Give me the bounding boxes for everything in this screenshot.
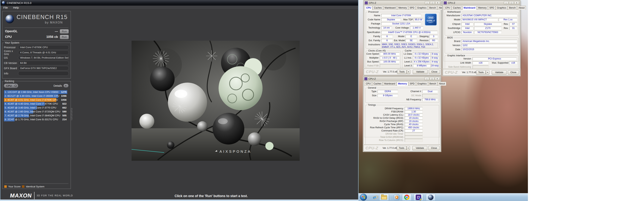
tab-bench[interactable]: Bench xyxy=(428,6,437,10)
model-field: MAXIMUS VIII IMPACT xyxy=(462,18,498,21)
validate-button[interactable]: Validate xyxy=(413,70,428,74)
tab-cpu[interactable]: CPU xyxy=(365,6,372,10)
start-button[interactable] xyxy=(360,194,367,201)
intel-core-i7-badge: intel CORE i7 inside™ xyxy=(425,14,437,26)
tab-spd[interactable]: SPD xyxy=(408,82,416,86)
close-button[interactable]: ✕ xyxy=(435,1,440,4)
tab-cpu[interactable]: CPU xyxy=(364,82,372,86)
left-monitor-taskbar-edge[interactable] xyxy=(0,200,358,201)
menu-help[interactable]: Help xyxy=(13,6,19,9)
ranking-filter-dropdown[interactable]: CPU ▼ xyxy=(4,84,18,88)
tab-cpu[interactable]: CPU xyxy=(444,6,451,10)
ranking-row[interactable]: 4. 4C/8T @ 4.40 GHz, Intel Core i7-4770K… xyxy=(4,102,67,106)
ranking-row[interactable]: 5. 4C/8T @ 3.40 GHz, Intel Core i7-3770 … xyxy=(4,106,67,110)
validate-button[interactable]: Validate xyxy=(492,70,507,74)
ranking-row[interactable]: 2. 6C/12T @ 3.30 GHz, Intel Core i7-3930… xyxy=(4,94,67,98)
dc-mode-field xyxy=(422,94,438,97)
folder-icon xyxy=(381,195,387,200)
taskbar-item-windows-media-player[interactable]: ▶ xyxy=(392,194,402,201)
taskbar-item-cpu-z[interactable] xyxy=(414,194,423,201)
tab-spd[interactable]: SPD xyxy=(408,6,416,10)
opengl-run-button[interactable]: Run xyxy=(60,29,69,34)
ranking-row[interactable]: 6. 4C/8T @ 2.60 GHz, Intel Core i7-3720Q… xyxy=(4,110,67,114)
clocks-group: Clocks (Core #0) Core Speed 800.00 MHz M… xyxy=(366,51,401,68)
minimize-button[interactable]: — xyxy=(504,1,508,4)
processor-group: Processor Name Intel Core i7 6700K intel… xyxy=(366,12,440,48)
tab-graphics[interactable]: Graphics xyxy=(496,6,508,10)
details-expand-button[interactable]: ▶ xyxy=(64,84,68,88)
ranking-row[interactable]: 1. 12C/24T @ 2.66 GHz, Intel Xeon CPU X5… xyxy=(4,90,67,94)
system-row-value: Windows 7, 64 Bit, Professional Edition … xyxy=(18,56,69,60)
tab-bench[interactable]: Bench xyxy=(508,6,517,10)
close-button[interactable]: Close xyxy=(508,70,519,74)
cpuz-titlebar[interactable]: CPU-Z — ▢ ✕ xyxy=(364,77,440,81)
maximize-button[interactable]: ▢ xyxy=(430,77,434,80)
ranking-row[interactable]: 7. 4C/8T @ 2.79 GHz, Intel Core i7-3840Q… xyxy=(4,114,67,118)
tras-field: 40 clocks xyxy=(405,123,422,126)
taskbar-item-internet-explorer[interactable]: e xyxy=(370,194,379,201)
cpuz-titlebar[interactable]: CPU-Z — ▢ ✕ xyxy=(443,1,520,5)
taskbar-item-windows-explorer[interactable] xyxy=(380,194,389,201)
tools-dropdown-button[interactable]: ▼ xyxy=(407,70,410,74)
rated-fsb-field xyxy=(380,64,400,67)
tab-memory[interactable]: Memory xyxy=(397,82,408,86)
cinebench-logo-subtitle: by MAXON xyxy=(16,21,63,24)
cpuz-tabs: CPU Caches Mainboard Memory SPD Graphics… xyxy=(364,82,446,86)
tab-bench[interactable]: Bench xyxy=(428,82,437,86)
tab-caches[interactable]: Caches xyxy=(372,6,383,10)
ranking-row[interactable]: 8. 2C/4T @ 1.70 GHz, Intel Core i5-3317U… xyxy=(4,118,67,122)
close-button[interactable]: ✕ xyxy=(435,77,440,80)
close-button[interactable]: Close xyxy=(429,70,440,74)
package-field: Socket 1151 LGA xyxy=(381,22,421,25)
processor-group-title: Processor xyxy=(368,11,380,13)
your-system-title: Your System xyxy=(4,41,20,44)
close-button[interactable]: Close xyxy=(428,146,440,150)
tab-memory[interactable]: Memory xyxy=(477,6,488,10)
tab-memory[interactable]: Memory xyxy=(397,6,408,10)
tab-caches[interactable]: Caches xyxy=(452,6,462,10)
tools-button[interactable]: Tools xyxy=(476,70,486,74)
timings-group: Timings DRAM Frequency 1999.6 MHz FSB:DR… xyxy=(366,105,439,144)
tools-button[interactable]: Tools xyxy=(397,146,406,150)
tab-graphics[interactable]: Graphics xyxy=(416,82,428,86)
tab-graphics[interactable]: Graphics xyxy=(416,6,428,10)
cpuz-version: Ver. 1.77.0.x64 xyxy=(462,71,478,74)
bios-group-title: BIOS xyxy=(446,36,454,39)
minimize-button[interactable]: — xyxy=(425,1,430,4)
panel-resize-handle[interactable] xyxy=(71,108,72,120)
validate-button[interactable]: Validate xyxy=(412,146,427,150)
maximize-button[interactable]: ▢ xyxy=(430,1,435,4)
maximize-button[interactable]: ▢ xyxy=(509,1,514,4)
cpuz-titlebar[interactable]: CPU-Z — ▢ ✕ xyxy=(364,1,441,5)
system-row-label: Info xyxy=(4,72,18,75)
ranking-row-highlighted[interactable]: 3. 4C/8T @ 4.01 GHz, Intel Core i7-6700K… xyxy=(4,98,67,102)
ranking-panel: Ranking CPU ▼ Details ▶ 1. 12C/24T @ 2.6… xyxy=(2,81,71,189)
channel-field: Dual xyxy=(422,90,438,93)
taskbar[interactable]: e ▶ xyxy=(358,193,528,201)
cpu-run-button[interactable]: Run xyxy=(60,35,69,39)
cpuz-footer-logo: CPU-Z xyxy=(366,146,378,150)
cinebench-app-icon xyxy=(2,1,5,4)
identical-system-label: Identical System xyxy=(26,185,44,188)
tab-spd[interactable]: SPD xyxy=(488,6,496,10)
minimize-button[interactable]: — xyxy=(424,77,429,80)
memory-size-field: 8 GBytes xyxy=(378,94,398,97)
tools-dropdown-button[interactable]: ▼ xyxy=(406,146,410,150)
tab-mainboard[interactable]: Mainboard xyxy=(462,6,477,10)
tab-about[interactable]: About xyxy=(517,6,526,10)
tools-dropdown-button[interactable]: ▼ xyxy=(486,70,489,74)
tab-mainboard[interactable]: Mainboard xyxy=(383,82,396,86)
tab-caches[interactable]: Caches xyxy=(372,82,382,86)
taskbar-item-chrome[interactable] xyxy=(402,194,412,201)
taskbar-separator xyxy=(390,194,390,200)
tab-about[interactable]: About xyxy=(438,82,446,86)
tools-button[interactable]: Tools xyxy=(397,70,407,74)
cinebench-titlebar[interactable]: CINEBENCH R15.0 xyxy=(0,0,358,6)
ext-model-field: 5E xyxy=(406,39,417,42)
close-button[interactable]: ✕ xyxy=(514,1,519,4)
l1-inst-field: 4 x 32 KBytes xyxy=(413,56,430,60)
taskbar-item-cinebench[interactable] xyxy=(426,194,435,201)
menu-file[interactable]: File xyxy=(3,6,8,9)
render-preview-image: AIXSPONZA xyxy=(132,41,300,161)
tab-mainboard[interactable]: Mainboard xyxy=(383,6,397,10)
